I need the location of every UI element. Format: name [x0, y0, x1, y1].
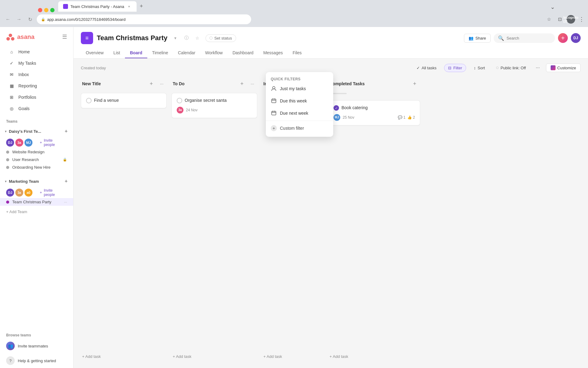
- nav-board[interactable]: Board: [125, 48, 147, 58]
- avatar-photo-mkt: 3a: [15, 189, 23, 197]
- sidebar-item-portfolios[interactable]: ⊞ Portfolios: [2, 92, 71, 103]
- nav-calendar[interactable]: Calendar: [173, 48, 200, 58]
- project-user-research[interactable]: User Research 🔒: [0, 156, 73, 163]
- title-dropdown-btn[interactable]: ▾: [171, 34, 180, 42]
- traffic-light-red[interactable]: [38, 8, 42, 12]
- sidebar-item-home[interactable]: ⌂ Home: [2, 46, 71, 57]
- task-card-secret-santa[interactable]: Organise secret santa 3a 24 Nov: [172, 93, 257, 118]
- browser-tab-active[interactable]: Team Christmas Party - Asana ×: [58, 1, 137, 12]
- filter-btn[interactable]: ⊟ Filter: [444, 64, 466, 72]
- team-daisy-header[interactable]: ▾ Daisy's First Te... +: [0, 126, 73, 136]
- sidebar-item-inbox[interactable]: ✉ Inbox: [2, 69, 71, 80]
- task-check-secret-santa[interactable]: [177, 98, 182, 103]
- daisy-invite-people[interactable]: + Invite people: [34, 138, 67, 148]
- task-card-top-find-venue: Find a venue: [86, 98, 161, 104]
- browser-url-bar[interactable]: 🔒 app.asana.com/0/1203277518469534/board: [37, 14, 251, 24]
- svg-point-2: [11, 37, 14, 40]
- project-christmas-party[interactable]: Team Christmas Party ···: [0, 198, 73, 206]
- help-btn[interactable]: ? Help & getting started: [0, 353, 73, 368]
- team-marketing-add-btn[interactable]: +: [63, 178, 70, 185]
- all-tasks-btn[interactable]: ✓ All tasks: [413, 64, 440, 72]
- project-more-btn[interactable]: ···: [64, 200, 67, 204]
- nav-dashboard[interactable]: Dashboard: [228, 48, 258, 58]
- add-task-new-title[interactable]: + Add task: [81, 352, 167, 361]
- tab-close-btn[interactable]: ×: [127, 4, 132, 9]
- add-task-todo[interactable]: + Add task: [172, 352, 257, 361]
- filter-custom-btn[interactable]: + Custom filter: [266, 122, 333, 134]
- sort-btn[interactable]: ↕ Sort: [470, 64, 489, 72]
- filter-item-due-next-week[interactable]: Due next week: [266, 107, 333, 119]
- browser-bookmark-btn[interactable]: ☆: [545, 15, 553, 24]
- browser-back-btn[interactable]: ←: [4, 15, 12, 24]
- marketing-invite-people[interactable]: + Invite people: [34, 188, 67, 197]
- kanban-col-completed: Completed Tasks + ✓ Book catering MJ: [328, 77, 420, 361]
- set-status-label: Set status: [214, 36, 232, 40]
- team-marketing-header[interactable]: ▾ Marketing Team +: [0, 176, 73, 186]
- set-status-btn[interactable]: Set status: [205, 34, 236, 42]
- browser-profile-btn[interactable]: Incognito (2): [567, 15, 575, 24]
- task-card-book-catering[interactable]: ✓ Book catering MJ 25 Nov 💬 1 👍 2: [328, 100, 420, 125]
- col-add-btn-todo[interactable]: +: [238, 79, 246, 88]
- filter-item-just-my-tasks[interactable]: Just my tasks: [266, 82, 333, 95]
- sidebar-item-reporting[interactable]: ▦ Reporting: [2, 80, 71, 91]
- add-task-circle-btn[interactable]: +: [558, 33, 568, 43]
- col-add-btn-completed[interactable]: +: [410, 79, 419, 88]
- add-task-completed[interactable]: + Add task: [328, 352, 420, 361]
- task-check-book-catering[interactable]: ✓: [334, 105, 339, 111]
- nav-timeline[interactable]: Timeline: [147, 48, 173, 58]
- kanban-col-new-title: New Title + ··· Find a venue +: [81, 77, 167, 361]
- sidebar-item-goals[interactable]: ◎ Goals: [2, 103, 71, 114]
- customize-btn[interactable]: Customize: [546, 63, 581, 72]
- nav-files[interactable]: Files: [288, 48, 307, 58]
- filter-item-due-this-week[interactable]: Due this week: [266, 95, 333, 107]
- invite-teammates-btn[interactable]: 👥 Invite teammates: [0, 339, 73, 353]
- search-box[interactable]: 🔍: [494, 33, 555, 43]
- share-btn[interactable]: 👥 Share: [464, 34, 491, 43]
- sidebar-hamburger-btn[interactable]: ☰: [62, 33, 67, 40]
- col-title-new-title: New Title: [82, 81, 145, 86]
- browser-chevron-down[interactable]: ⌄: [550, 4, 555, 10]
- sidebar-item-my-tasks[interactable]: ✓ My Tasks: [2, 58, 71, 69]
- browser-menu-btn[interactable]: ⋮: [579, 16, 584, 23]
- add-team-btn[interactable]: + Add Team: [0, 207, 73, 217]
- all-tasks-label: All tasks: [422, 66, 436, 70]
- title-star-btn[interactable]: ☆: [193, 34, 202, 42]
- col-more-btn-todo[interactable]: ···: [249, 80, 256, 87]
- add-task-label-in-progress: + Add task: [263, 354, 282, 359]
- col-more-btn-new-title[interactable]: ···: [158, 80, 165, 87]
- status-circle: [209, 36, 213, 40]
- avatar-mj: MJ: [24, 139, 32, 147]
- task-check-find-venue[interactable]: [86, 98, 92, 103]
- traffic-light-yellow[interactable]: [44, 8, 48, 12]
- avatar-3a: 3a: [15, 139, 23, 147]
- title-info-btn[interactable]: ⓘ: [182, 34, 191, 42]
- public-link-btn[interactable]: Public link: Off: [492, 64, 530, 72]
- nav-list[interactable]: List: [108, 48, 125, 58]
- filter-dropdown-header: Quick filters: [266, 75, 333, 82]
- nav-overview[interactable]: Overview: [81, 48, 108, 58]
- new-tab-btn[interactable]: +: [137, 1, 146, 11]
- task-card-find-venue[interactable]: Find a venue: [81, 93, 167, 108]
- svg-point-0: [9, 34, 12, 37]
- more-options-btn[interactable]: ···: [533, 63, 542, 72]
- col-add-btn-new-title[interactable]: +: [147, 79, 156, 88]
- browser-refresh-btn[interactable]: ↻: [26, 15, 34, 24]
- traffic-light-green[interactable]: [50, 8, 55, 12]
- search-input[interactable]: [507, 36, 551, 40]
- asana-logo[interactable]: asana: [6, 33, 35, 41]
- project-onboarding[interactable]: Onboarding New Hire: [0, 163, 73, 171]
- browser-forward-btn[interactable]: →: [15, 15, 23, 24]
- nav-workflow[interactable]: Workflow: [200, 48, 228, 58]
- sidebar-label-portfolios: Portfolios: [18, 95, 36, 100]
- sidebar-label-inbox: Inbox: [18, 72, 29, 77]
- team-daisy-add-btn[interactable]: +: [63, 128, 70, 135]
- project-label-user-research: User Research: [12, 157, 39, 162]
- browser-sidebar-btn[interactable]: ⊡: [556, 15, 564, 24]
- nav-messages[interactable]: Messages: [258, 48, 288, 58]
- project-website-redesign[interactable]: Website Redesign: [0, 148, 73, 156]
- svg-rect-4: [272, 99, 276, 103]
- add-task-in-progress[interactable]: + Add task: [262, 352, 323, 361]
- header-avatar-dj[interactable]: DJ: [571, 33, 581, 43]
- created-today-label: Created today: [81, 66, 106, 70]
- url-text: app.asana.com/0/1203277518469534/board: [47, 17, 126, 22]
